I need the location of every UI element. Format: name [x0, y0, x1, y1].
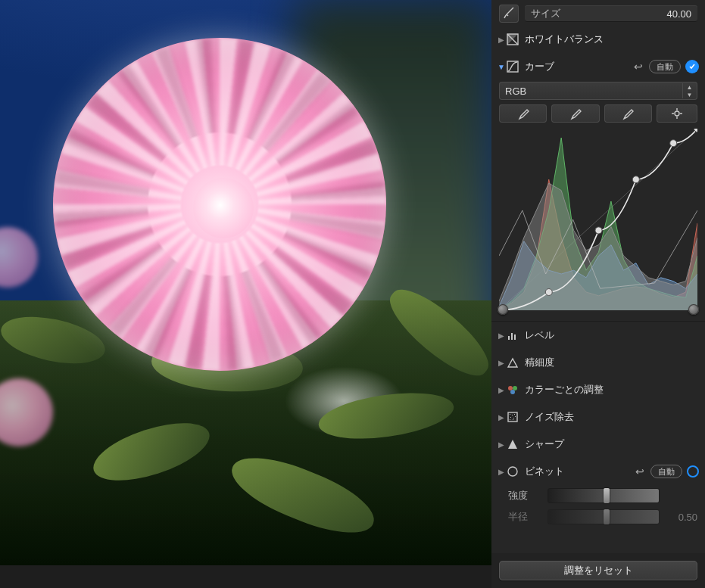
black-point-handle[interactable]: [498, 304, 508, 315]
section-selective-color[interactable]: ▶ カラーごとの調整: [491, 376, 705, 403]
disclosure-icon: ▶: [498, 359, 505, 367]
disclosure-icon: ▶: [498, 440, 505, 449]
vignette-radius-label: 半径: [508, 510, 543, 524]
vignette-intensity-label: 強度: [508, 489, 543, 502]
svg-point-8: [670, 140, 677, 147]
section-white-balance[interactable]: ▶ ホワイトバランス: [491, 26, 705, 53]
svg-rect-19: [514, 414, 515, 415]
curves-label: カーブ: [520, 60, 631, 73]
levels-icon: [505, 328, 520, 343]
white-balance-label: ホワイトバランス: [520, 33, 699, 46]
svg-point-5: [545, 289, 552, 296]
target-point-button[interactable]: [657, 104, 697, 123]
vignette-label: ビネット: [520, 465, 632, 478]
levels-label: レベル: [520, 328, 699, 342]
svg-rect-24: [513, 419, 513, 420]
reset-adjustments-button[interactable]: 調整をリセット: [499, 561, 697, 580]
disclosure-icon: ▶: [498, 413, 505, 422]
vignette-radius-slider[interactable]: [547, 509, 660, 524]
noise-label: ノイズ除去: [520, 410, 699, 424]
section-levels[interactable]: ▶ レベル: [491, 322, 705, 349]
curves-channel-select[interactable]: RGB ▲▼: [499, 82, 697, 100]
section-sharpen[interactable]: ▶ シャープ: [491, 431, 705, 458]
noise-icon: [505, 409, 520, 425]
svg-point-13: [508, 386, 513, 390]
adjustments-panel: サイズ 40.00 ▶ ホワイトバランス ▼ カーブ ↩︎ 自動: [491, 0, 705, 588]
svg-point-15: [510, 390, 515, 394]
definition-label: 精細度: [520, 356, 699, 369]
vignette-intensity-slider[interactable]: [547, 488, 660, 503]
svg-point-2: [675, 111, 679, 116]
svg-rect-18: [512, 415, 513, 415]
image-preview[interactable]: [0, 0, 491, 588]
brush-size-value: 40.00: [666, 8, 691, 20]
section-definition[interactable]: ▶ 精細度: [491, 349, 705, 376]
sharpen-icon: [505, 437, 520, 452]
selective-color-label: カラーごとの調整: [520, 383, 699, 397]
svg-point-25: [508, 467, 517, 476]
vignette-intensity-row: 強度: [491, 485, 705, 506]
svg-rect-12: [514, 334, 516, 340]
disclosure-icon: ▶: [498, 36, 505, 44]
white-point-handle[interactable]: [688, 304, 699, 315]
brush-size-field[interactable]: サイズ 40.00: [525, 5, 697, 22]
svg-rect-23: [510, 419, 510, 420]
svg-rect-10: [508, 336, 510, 340]
curves-icon: [505, 59, 520, 74]
svg-rect-21: [513, 418, 514, 418]
curves-undo-icon[interactable]: ↩︎: [631, 61, 646, 73]
disclosure-icon: ▶: [498, 468, 505, 476]
section-vignette[interactable]: ▶ ビネット ↩︎ 自動: [491, 458, 705, 485]
white-balance-icon: [505, 32, 520, 47]
svg-rect-17: [510, 414, 510, 415]
curves-channel-value: RGB: [505, 86, 526, 97]
definition-icon: [505, 355, 520, 370]
vignette-auto-button[interactable]: 自動: [650, 465, 682, 478]
section-noise[interactable]: ▶ ノイズ除去: [491, 403, 705, 431]
disclosure-icon: ▶: [498, 386, 505, 394]
disclosure-icon: ▶: [498, 331, 505, 340]
svg-point-6: [595, 227, 602, 234]
sharpen-label: シャープ: [520, 437, 699, 451]
section-curves[interactable]: ▼ カーブ ↩︎ 自動: [491, 53, 705, 80]
selective-color-icon: [505, 382, 520, 397]
vignette-enable-toggle[interactable]: [687, 465, 699, 478]
vignette-radius-value: 0.50: [664, 512, 697, 523]
curves-histogram[interactable]: [499, 129, 697, 310]
vignette-undo-icon[interactable]: ↩︎: [632, 465, 647, 478]
brush-icon[interactable]: [499, 5, 519, 23]
disclosure-open-icon: ▼: [498, 63, 505, 71]
svg-rect-16: [508, 412, 517, 422]
eyedropper-white-button[interactable]: [604, 104, 652, 123]
eyedropper-gray-button[interactable]: [551, 104, 599, 123]
select-stepper-icon[interactable]: ▲▼: [682, 83, 696, 98]
svg-rect-11: [511, 333, 513, 340]
subject-flower: [53, 38, 386, 371]
curves-auto-button[interactable]: 自動: [649, 60, 681, 73]
svg-rect-22: [515, 416, 516, 417]
brush-size-label: サイズ: [531, 7, 560, 20]
svg-rect-20: [510, 417, 511, 418]
curves-enable-toggle[interactable]: [685, 60, 699, 73]
vignette-radius-row: 半径 0.50: [491, 506, 705, 527]
svg-point-14: [513, 386, 517, 390]
reset-adjustments-label: 調整をリセット: [564, 564, 633, 577]
vignette-icon: [505, 464, 520, 479]
svg-point-7: [632, 176, 639, 183]
eyedropper-black-button[interactable]: [499, 104, 547, 123]
